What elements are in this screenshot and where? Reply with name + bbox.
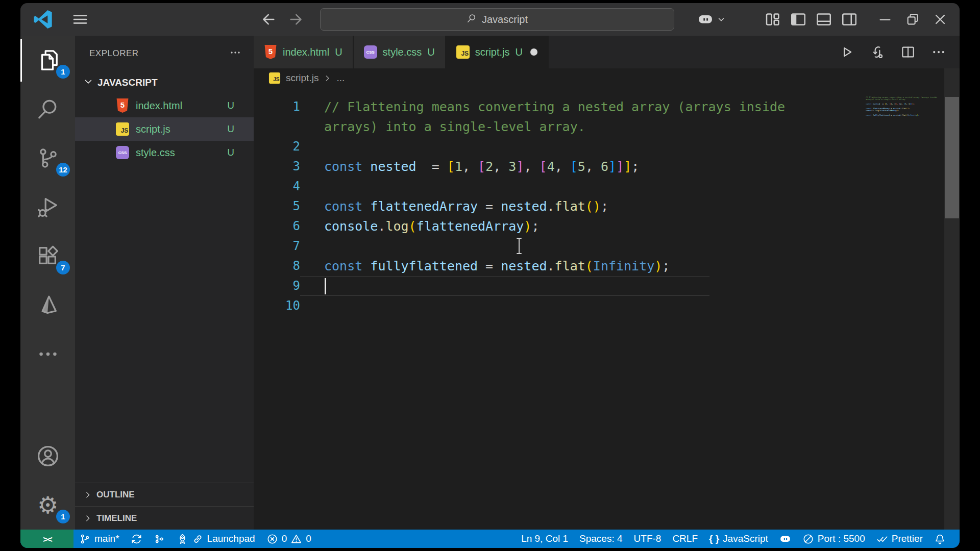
section-timeline[interactable]: TIMELINE	[75, 506, 254, 530]
more-actions-icon[interactable]	[931, 44, 946, 60]
minimap[interactable]: // Flattening means converting a nested …	[866, 96, 941, 259]
status-label: Prettier	[892, 533, 923, 544]
explorer-sidebar: EXPLORER JAVASCRIPT 5index.htmlUJSscript…	[75, 36, 254, 530]
tab-script.js[interactable]: JSscript.jsU	[446, 36, 549, 68]
status-live-server-port[interactable]: Port : 5500	[797, 530, 871, 548]
tab-label: style.css	[383, 46, 422, 58]
code-line-4[interactable]: 4	[254, 177, 960, 196]
text-caret	[325, 278, 326, 294]
status-indentation[interactable]: Spaces: 4	[574, 530, 628, 548]
chevron-down-icon	[83, 77, 93, 89]
folder-name: JAVASCRIPT	[97, 77, 158, 88]
activity-live-preview[interactable]	[20, 281, 75, 330]
line-content: const flattenedArray = nested.flat();	[300, 196, 960, 216]
copilot-menu[interactable]	[697, 3, 726, 36]
status-cursor-position[interactable]: Ln 9, Col 1	[516, 530, 574, 548]
activity-explorer[interactable]: 1	[20, 36, 75, 85]
dblcheck-icon	[876, 533, 888, 545]
file-item-style.css[interactable]: CSSstyle.cssU	[75, 141, 254, 164]
code-line-5[interactable]: 5const flattenedArray = nested.flat();	[254, 196, 960, 216]
menu-icon[interactable]	[71, 3, 89, 36]
code-line-7[interactable]: 7	[254, 236, 960, 256]
line-number: 4	[254, 177, 300, 196]
activity-settings[interactable]: ⚙1	[20, 481, 75, 530]
title-bar: Javascript	[20, 3, 960, 36]
code-line-6[interactable]: 6console.log(flattenedArray);	[254, 216, 960, 236]
code-line-10[interactable]: 10	[254, 296, 960, 316]
status-label: 0	[282, 533, 287, 544]
vscode-window: Javascript	[20, 3, 960, 548]
gitgraph-icon	[154, 533, 165, 545]
line-number: 10	[254, 296, 300, 316]
status-language-mode[interactable]: { }JavaScript	[703, 530, 774, 548]
activity-accounts[interactable]	[20, 432, 75, 481]
open-changes-icon[interactable]	[870, 44, 885, 60]
unsaved-dot-icon[interactable]	[530, 48, 537, 56]
tab-index.html[interactable]: 5index.htmlU	[254, 36, 354, 68]
settings-icon: ⚙	[37, 493, 58, 517]
code-line-2[interactable]: 2	[254, 137, 960, 157]
minimize-icon[interactable]	[877, 11, 893, 28]
activity-run-and-debug[interactable]	[20, 183, 75, 232]
tab-style.css[interactable]: CSSstyle.cssU	[354, 36, 446, 68]
line-content: arrays) into a single-level array.	[300, 117, 960, 137]
line-number: 3	[254, 157, 300, 177]
toggle-panel-icon[interactable]	[815, 10, 833, 29]
html-file-icon: 5	[264, 45, 277, 59]
back-arrow-icon[interactable]	[259, 3, 277, 36]
forward-arrow-icon[interactable]	[288, 3, 305, 36]
rocket-icon	[177, 533, 188, 545]
status-problems[interactable]: 00	[261, 530, 317, 548]
activity-more-views[interactable]	[20, 330, 75, 379]
line-number: 2	[254, 137, 300, 157]
status-eol[interactable]: CRLF	[667, 530, 703, 548]
copilot-icon	[779, 533, 791, 545]
file-name: script.js	[136, 123, 170, 135]
line-content	[300, 296, 960, 316]
customize-layout-icon[interactable]	[764, 10, 782, 29]
status-git-graph[interactable]	[148, 530, 171, 548]
scrollbar-thumb[interactable]	[945, 97, 959, 218]
status-copilot-status[interactable]	[774, 530, 797, 548]
vertical-scrollbar[interactable]	[944, 68, 960, 530]
status-label: Ln 9, Col 1	[521, 533, 568, 544]
toggle-secondary-sidebar-icon[interactable]	[840, 10, 859, 29]
status-launchpad[interactable]: Launchpad	[171, 530, 261, 548]
command-center-search[interactable]: Javascript	[320, 8, 674, 31]
code-line-8[interactable]: 8const fullyflattened = nested.flat(Infi…	[254, 256, 960, 276]
git-status-untracked: U	[427, 46, 434, 58]
activity-search[interactable]	[20, 85, 75, 134]
more-actions-icon[interactable]	[229, 46, 241, 61]
line-number: 5	[254, 196, 300, 216]
line-number	[254, 117, 300, 137]
code-line-1[interactable]: 1// Flattening means converting a nested…	[254, 97, 960, 117]
breadcrumb[interactable]: JS script.js ...	[254, 68, 960, 88]
file-item-script.js[interactable]: JSscript.jsU	[75, 117, 254, 141]
toggle-sidebar-icon[interactable]	[789, 10, 807, 29]
code-line-wrap[interactable]: arrays) into a single-level array.	[254, 117, 960, 137]
file-item-index.html[interactable]: 5index.htmlU	[75, 94, 254, 117]
section-outline[interactable]: OUTLINE	[75, 483, 254, 506]
js-file-icon: JS	[456, 45, 470, 59]
restore-icon[interactable]	[904, 11, 921, 28]
folder-javascript[interactable]: JAVASCRIPT	[75, 71, 254, 94]
code-line-9[interactable]: 9	[254, 276, 960, 296]
activity-source-control[interactable]: 12	[20, 134, 75, 183]
code-area[interactable]: 1// Flattening means converting a nested…	[254, 88, 960, 530]
status-notifications[interactable]	[928, 530, 951, 548]
file-tree: 5index.htmlUJSscript.jsUCSSstyle.cssU	[75, 94, 254, 483]
status-sync-changes[interactable]	[125, 530, 148, 548]
close-icon[interactable]	[932, 11, 948, 28]
status-git-branch[interactable]: main*	[74, 530, 125, 548]
activity-extensions[interactable]: 7	[20, 232, 75, 281]
code-line-3[interactable]: 3const nested = [1, [2, 3], [4, [5, 6]]]…	[254, 157, 960, 177]
status-encoding[interactable]: UTF-8	[628, 530, 667, 548]
split-editor-icon[interactable]	[900, 44, 916, 60]
status-remote-indicator[interactable]: ><	[20, 530, 74, 548]
run-icon[interactable]	[839, 44, 854, 60]
breadcrumb-more[interactable]: ...	[336, 72, 345, 84]
line-number: 1	[254, 97, 300, 117]
remote-icon: ><	[43, 534, 51, 544]
badge: 7	[56, 261, 70, 274]
status-prettier[interactable]: Prettier	[871, 530, 928, 548]
